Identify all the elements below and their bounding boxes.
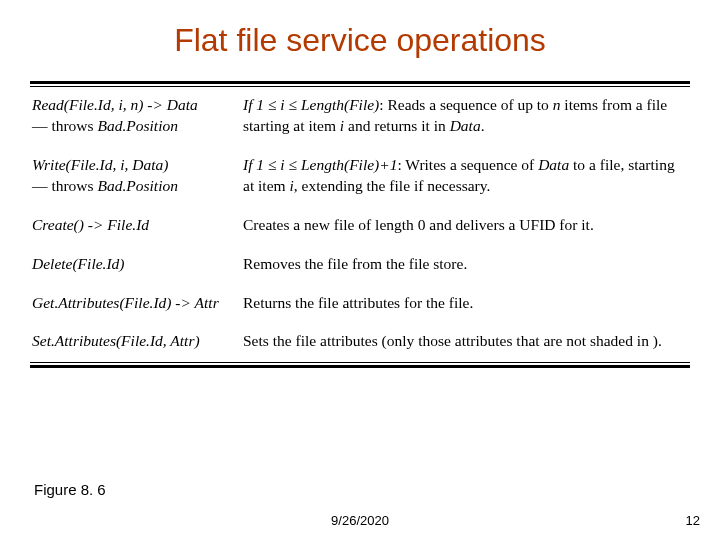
operations-table: Read(File.Id, i, n) -> Data— throws Bad.… bbox=[30, 87, 690, 362]
operation-signature: Write(File.Id, i, Data)— throws Bad.Posi… bbox=[30, 147, 241, 207]
description-text: Creates a new file of length 0 and deliv… bbox=[243, 216, 594, 233]
operation-description: Sets the file attributes (only those att… bbox=[241, 323, 690, 362]
throws-clause: — throws Bad.Position bbox=[32, 117, 178, 134]
rule-top-thick bbox=[30, 81, 690, 84]
signature-text: Write(File.Id, i, Data) bbox=[32, 156, 168, 173]
signature-text: Set.Attributes(File.Id, Attr) bbox=[32, 332, 200, 349]
slide: Flat file service operations Read(File.I… bbox=[0, 0, 720, 540]
description-condition: If 1 ≤ i ≤ Length(File) bbox=[243, 96, 379, 113]
throws-clause: — throws Bad.Position bbox=[32, 177, 178, 194]
throws-prefix: — throws bbox=[32, 177, 94, 194]
signature-text: Create() -> File.Id bbox=[32, 216, 149, 233]
description-condition: If 1 ≤ i ≤ Length(File)+1 bbox=[243, 156, 397, 173]
footer-date: 9/26/2020 bbox=[331, 513, 389, 528]
table-row: Delete(File.Id)Removes the file from the… bbox=[30, 246, 690, 285]
table-row: Read(File.Id, i, n) -> Data— throws Bad.… bbox=[30, 87, 690, 147]
description-text: Sets the file attributes (only those att… bbox=[243, 332, 662, 349]
signature-text: Delete(File.Id) bbox=[32, 255, 125, 272]
operation-signature: Read(File.Id, i, n) -> Data— throws Bad.… bbox=[30, 87, 241, 147]
table-row: Create() -> File.IdCreates a new file of… bbox=[30, 207, 690, 246]
rule-bottom-thin bbox=[30, 362, 690, 363]
operation-description: Returns the file attributes for the file… bbox=[241, 285, 690, 324]
operation-description: If 1 ≤ i ≤ Length(File): Reads a sequenc… bbox=[241, 87, 690, 147]
operation-signature: Set.Attributes(File.Id, Attr) bbox=[30, 323, 241, 362]
operation-description: Removes the file from the file store. bbox=[241, 246, 690, 285]
throws-exception: Bad.Position bbox=[97, 177, 178, 194]
operation-description: Creates a new file of length 0 and deliv… bbox=[241, 207, 690, 246]
footer-page-number: 12 bbox=[686, 513, 700, 528]
table-row: Write(File.Id, i, Data)— throws Bad.Posi… bbox=[30, 147, 690, 207]
signature-text: Read(File.Id, i, n) -> Data bbox=[32, 96, 198, 113]
description-text: Returns the file attributes for the file… bbox=[243, 294, 473, 311]
figure-label: Figure 8. 6 bbox=[34, 481, 106, 498]
operation-signature: Delete(File.Id) bbox=[30, 246, 241, 285]
rule-bottom-thick bbox=[30, 365, 690, 368]
operation-description: If 1 ≤ i ≤ Length(File)+1: Writes a sequ… bbox=[241, 147, 690, 207]
description-text: Removes the file from the file store. bbox=[243, 255, 467, 272]
table-row: Set.Attributes(File.Id, Attr)Sets the fi… bbox=[30, 323, 690, 362]
signature-text: Get.Attributes(File.Id) -> Attr bbox=[32, 294, 219, 311]
table-row: Get.Attributes(File.Id) -> AttrReturns t… bbox=[30, 285, 690, 324]
slide-title: Flat file service operations bbox=[30, 22, 690, 59]
operation-signature: Create() -> File.Id bbox=[30, 207, 241, 246]
throws-exception: Bad.Position bbox=[97, 117, 178, 134]
throws-prefix: — throws bbox=[32, 117, 94, 134]
operation-signature: Get.Attributes(File.Id) -> Attr bbox=[30, 285, 241, 324]
